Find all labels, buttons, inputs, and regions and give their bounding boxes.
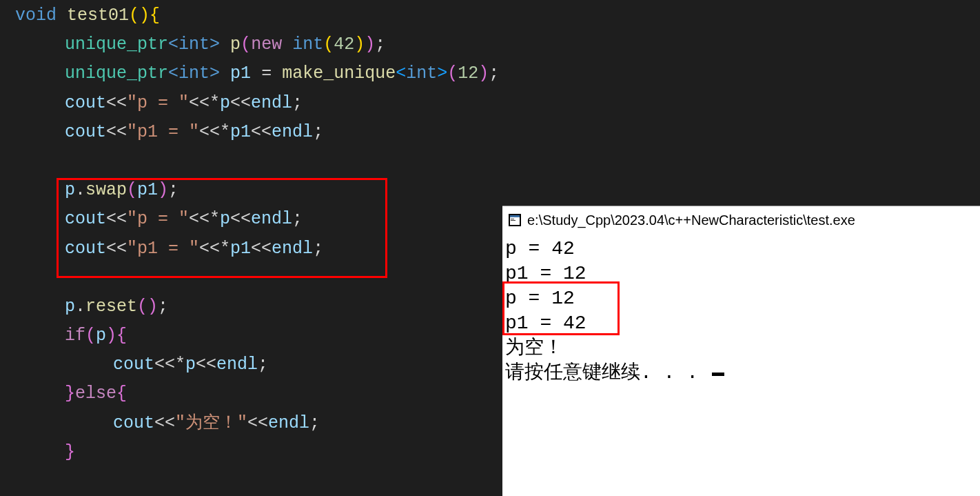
terminal-icon bbox=[508, 213, 522, 227]
code-line: p.swap(p1); bbox=[0, 176, 980, 205]
terminal-output-line: p1 = 12 bbox=[505, 261, 980, 286]
code-line: unique_ptr<int> p1 = make_unique<int>(12… bbox=[0, 59, 980, 88]
code-line-empty bbox=[0, 147, 980, 176]
code-line: void test01(){ bbox=[0, 1, 980, 30]
svg-rect-3 bbox=[511, 219, 514, 219]
function-name: test01 bbox=[67, 6, 129, 26]
terminal-output-line: 请按任意键继续. . . bbox=[505, 361, 980, 386]
code-line: unique_ptr<int> p(new int(42)); bbox=[0, 30, 980, 59]
terminal-body: p = 42 p1 = 12 p = 12 p1 = 42 为空！ 请按任意键继… bbox=[502, 234, 980, 386]
svg-rect-2 bbox=[510, 215, 520, 217]
type-name: unique_ptr bbox=[65, 34, 168, 54]
code-line: cout<<"p = "<<*p<<endl; bbox=[0, 89, 980, 118]
terminal-title: e:\Study_Cpp\2023.04\c++NewCharacteristi… bbox=[527, 212, 855, 228]
terminal-output-line: 为空！ bbox=[505, 336, 980, 361]
svg-rect-4 bbox=[511, 220, 515, 221]
terminal-output-line: p = 12 bbox=[505, 286, 980, 311]
code-line: cout<<"p1 = "<<*p1<<endl; bbox=[0, 118, 980, 147]
terminal-cursor bbox=[712, 373, 724, 376]
terminal-output-line: p = 42 bbox=[505, 237, 980, 261]
keyword-void: void bbox=[15, 6, 57, 26]
terminal-titlebar[interactable]: e:\Study_Cpp\2023.04\c++NewCharacteristi… bbox=[502, 206, 980, 234]
terminal-window[interactable]: e:\Study_Cpp\2023.04\c++NewCharacteristi… bbox=[502, 206, 980, 496]
terminal-output-line: p1 = 42 bbox=[505, 311, 980, 336]
